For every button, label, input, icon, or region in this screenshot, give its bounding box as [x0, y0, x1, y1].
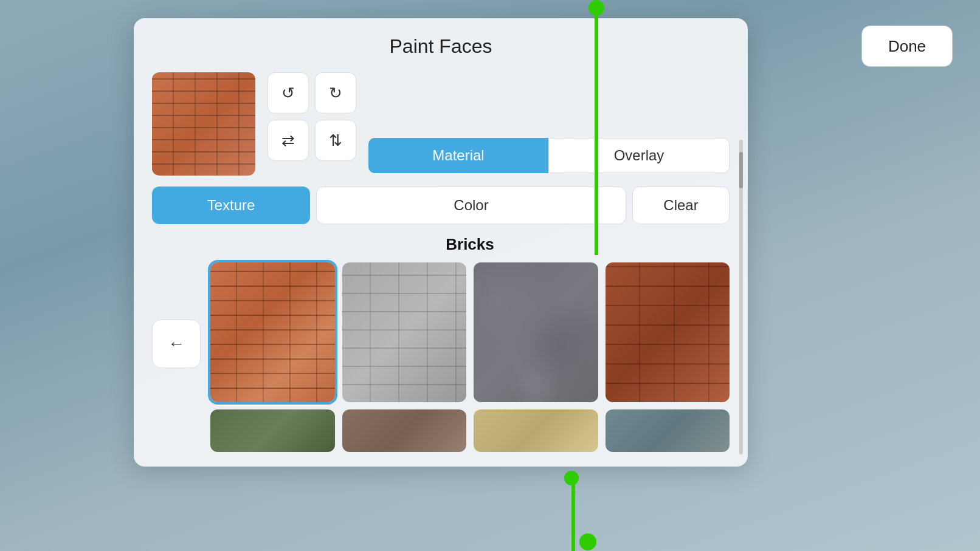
texture-image-bottom3	[474, 409, 598, 452]
texture-item-brick-red[interactable]	[210, 262, 335, 402]
green-indicator-top	[588, 0, 604, 16]
preview-image	[152, 72, 255, 176]
texture-item-rock-dark[interactable]	[474, 262, 598, 402]
panel-top-row: ↺ ↻ ⇄ ⇅ Material Overlay	[152, 72, 730, 176]
material-tab[interactable]: Material	[368, 138, 548, 173]
gallery-category-title: Bricks	[210, 235, 730, 254]
texture-preview	[152, 72, 255, 176]
texture-item-stone-grey[interactable]	[342, 262, 467, 402]
done-button[interactable]: Done	[861, 26, 953, 67]
mirror-horizontal-button[interactable]: ⇄	[267, 120, 309, 161]
clear-button[interactable]: Clear	[632, 187, 730, 224]
gallery-scrollbar[interactable]	[739, 140, 743, 454]
green-line-vertical-2	[571, 474, 575, 551]
texture-item-brick-brown[interactable]	[606, 262, 730, 402]
redo-button[interactable]: ↻	[315, 72, 356, 114]
texture-item-bottom1[interactable]	[210, 409, 335, 452]
texture-image-rock-dark	[474, 262, 598, 402]
mirror-buttons-row: ⇄ ⇅	[267, 120, 356, 161]
color-button[interactable]: Color	[316, 187, 626, 224]
gallery-scrollbar-thumb	[739, 152, 743, 188]
green-indicator-bottom	[579, 533, 596, 550]
texture-image-bottom2	[342, 409, 467, 452]
panel-title: Paint Faces	[152, 35, 730, 58]
material-overlay-tabs: Material Overlay	[368, 138, 730, 173]
green-indicator-mid	[564, 471, 579, 485]
texture-button[interactable]: Texture	[152, 187, 310, 224]
overlay-tab[interactable]: Overlay	[548, 138, 730, 173]
gallery-content: Bricks	[210, 235, 730, 452]
controls-area: ↺ ↻ ⇄ ⇅	[267, 72, 356, 161]
gallery-section: ← Bricks	[152, 235, 730, 452]
texture-item-bottom4[interactable]	[606, 409, 730, 452]
texture-image-bottom1	[210, 409, 335, 452]
green-line-vertical	[595, 0, 598, 255]
texture-item-bottom3[interactable]	[474, 409, 598, 452]
gallery-back-button[interactable]: ←	[152, 320, 201, 368]
texture-image-brick-red	[210, 262, 335, 402]
transform-buttons-row: ↺ ↻	[267, 72, 356, 114]
texture-item-bottom2[interactable]	[342, 409, 467, 452]
undo-button[interactable]: ↺	[267, 72, 309, 114]
texture-image-brick-brown	[606, 262, 730, 402]
paint-faces-panel: Paint Faces ↺ ↻ ⇄ ⇅ Material Overlay Tex…	[134, 18, 748, 467]
subtoolbar-row: Texture Color Clear	[152, 187, 730, 224]
mirror-vertical-button[interactable]: ⇅	[315, 120, 356, 161]
texture-image-bottom4	[606, 409, 730, 452]
texture-image-stone-grey	[342, 262, 467, 402]
texture-grid	[210, 262, 730, 452]
